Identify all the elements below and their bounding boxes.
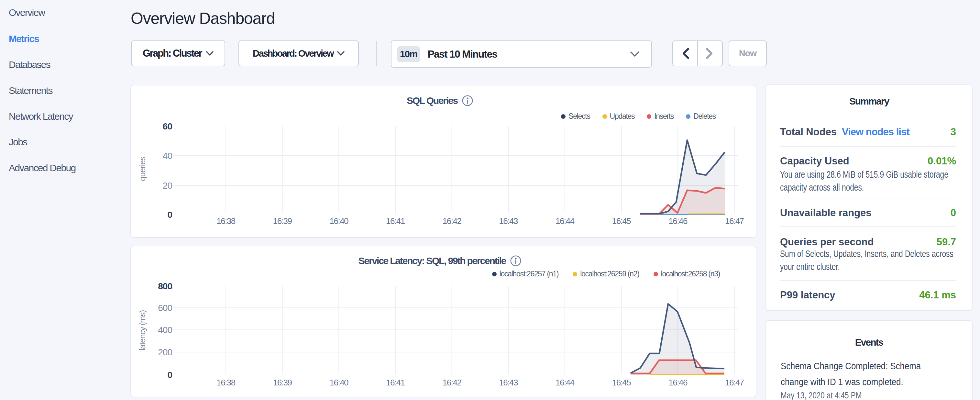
svg-text:200: 200	[158, 347, 172, 357]
svg-text:0: 0	[167, 210, 172, 220]
svg-text:16:42: 16:42	[442, 378, 462, 387]
svg-text:800: 800	[158, 281, 172, 291]
svg-text:600: 600	[158, 303, 172, 313]
svg-text:queries: queries	[137, 156, 147, 181]
svg-text:16:45: 16:45	[612, 378, 631, 387]
svg-text:16:39: 16:39	[273, 216, 292, 226]
svg-text:16:40: 16:40	[330, 378, 349, 387]
svg-text:16:43: 16:43	[499, 216, 518, 226]
svg-text:16:38: 16:38	[216, 378, 235, 387]
svg-text:16:46: 16:46	[668, 216, 687, 226]
svg-text:16:43: 16:43	[499, 378, 518, 387]
svg-text:16:44: 16:44	[555, 378, 574, 387]
svg-text:16:38: 16:38	[216, 216, 235, 226]
svg-text:16:46: 16:46	[668, 378, 687, 387]
svg-text:16:41: 16:41	[386, 216, 405, 226]
svg-text:16:44: 16:44	[555, 216, 574, 226]
svg-text:400: 400	[158, 325, 172, 335]
svg-text:16:47: 16:47	[725, 216, 744, 226]
svg-text:latency (ms): latency (ms)	[137, 310, 147, 350]
svg-text:16:42: 16:42	[442, 216, 462, 226]
svg-text:16:47: 16:47	[725, 378, 744, 387]
svg-text:16:45: 16:45	[612, 216, 631, 226]
svg-text:16:41: 16:41	[386, 378, 405, 387]
svg-text:40: 40	[163, 151, 172, 161]
svg-text:20: 20	[163, 180, 172, 191]
svg-text:60: 60	[163, 121, 172, 131]
svg-text:16:40: 16:40	[330, 216, 349, 226]
svg-text:0: 0	[167, 370, 172, 380]
svg-text:16:39: 16:39	[273, 378, 292, 387]
